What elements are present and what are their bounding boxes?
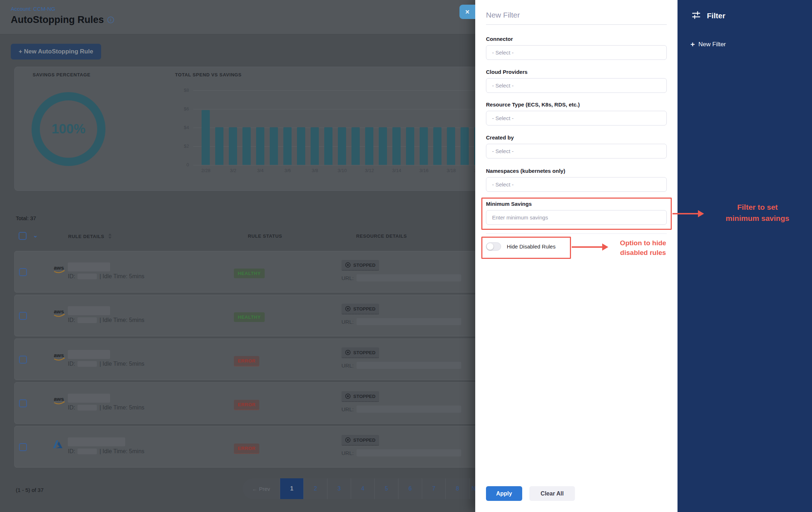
bar bbox=[351, 127, 360, 165]
pagination-page-1[interactable]: 1 bbox=[280, 478, 303, 499]
resource-state-badge[interactable]: STOPPED bbox=[341, 347, 379, 358]
app-root: Account: CCM-NG AutoStopping Rules i + N… bbox=[0, 0, 812, 512]
resource-state-badge[interactable]: STOPPED bbox=[341, 391, 379, 402]
url-redacted bbox=[357, 274, 461, 281]
filter-field-select[interactable]: - Select - bbox=[486, 78, 667, 93]
resource-details: STOPPEDURL: bbox=[341, 260, 461, 281]
azure-icon-wrap bbox=[53, 439, 65, 451]
column-rule-details[interactable]: RULE DETAILS bbox=[68, 233, 112, 240]
rule-name-redacted bbox=[68, 306, 110, 315]
resource-state-badge[interactable]: STOPPED bbox=[341, 435, 379, 446]
rule-name-redacted bbox=[68, 437, 125, 446]
row-checkbox[interactable] bbox=[19, 399, 27, 407]
bar bbox=[242, 127, 251, 165]
url-label: URL: bbox=[341, 450, 354, 456]
new-autostopping-rule-button[interactable]: + New AutoStopping Rule bbox=[11, 44, 101, 60]
row-checkbox[interactable] bbox=[19, 312, 27, 320]
rule-id-label: ID: bbox=[68, 404, 75, 411]
pagination-page-2[interactable]: 2 bbox=[303, 478, 327, 499]
pagination-page-6[interactable]: 6 bbox=[398, 478, 422, 499]
aws-icon: aws bbox=[53, 352, 66, 362]
page-title-row: AutoStopping Rules i bbox=[11, 14, 114, 25]
bar bbox=[447, 127, 455, 165]
filter-field-select[interactable]: - Select - bbox=[486, 45, 667, 60]
stopped-icon bbox=[345, 262, 351, 268]
annotation-arrow-line-2 bbox=[572, 246, 603, 248]
annotation-box-minimum-savings bbox=[481, 198, 672, 230]
resource-url-line: URL: bbox=[341, 274, 461, 281]
svg-text:aws: aws bbox=[54, 396, 64, 402]
account-breadcrumb[interactable]: Account: CCM-NG bbox=[11, 6, 55, 12]
filter-field: Connector- Select - bbox=[486, 36, 667, 60]
rule-id-line: ID:| Idle Time: 5mins bbox=[68, 404, 145, 411]
close-icon[interactable]: × bbox=[459, 5, 475, 19]
filter-field-select[interactable]: - Select - bbox=[486, 177, 667, 192]
bar bbox=[392, 127, 401, 165]
info-icon[interactable]: i bbox=[107, 16, 114, 23]
bar bbox=[256, 127, 264, 165]
filter-sidebar-title: Filter bbox=[707, 11, 725, 20]
filter-sidebar-header: Filter bbox=[691, 10, 725, 22]
url-redacted bbox=[357, 318, 461, 325]
url-label: URL: bbox=[341, 406, 354, 412]
url-redacted bbox=[357, 406, 461, 413]
chevron-down-icon[interactable]: ⌄ bbox=[33, 232, 38, 239]
url-label: URL: bbox=[341, 319, 354, 325]
filter-field: Cloud Providers- Select - bbox=[486, 69, 667, 93]
rule-id-label: ID: bbox=[68, 361, 75, 367]
filter-field-select[interactable]: - Select - bbox=[486, 111, 667, 125]
svg-text:aws: aws bbox=[54, 308, 64, 314]
bar bbox=[215, 127, 223, 165]
filter-field-select[interactable]: - Select - bbox=[486, 144, 667, 158]
rule-id-redacted bbox=[77, 449, 97, 454]
x-axis-tick: 3/6 bbox=[277, 168, 298, 173]
url-redacted bbox=[357, 449, 461, 456]
row-checkbox[interactable] bbox=[19, 268, 27, 276]
bar bbox=[229, 127, 237, 165]
pagination-prev[interactable]: ← Prev bbox=[242, 478, 280, 499]
annotation-box-hide-disabled bbox=[481, 237, 571, 259]
column-resource-details[interactable]: RESOURCE DETAILS bbox=[356, 233, 407, 239]
resource-state-badge[interactable]: STOPPED bbox=[341, 304, 379, 314]
apply-button[interactable]: Apply bbox=[486, 486, 522, 501]
annotation-arrow-head-2 bbox=[602, 243, 608, 251]
clear-all-button[interactable]: Clear All bbox=[529, 486, 575, 501]
filter-name-input[interactable]: New Filter bbox=[486, 11, 520, 19]
aws-icon: aws bbox=[53, 308, 66, 319]
rule-status-badge: ERROR bbox=[234, 444, 259, 454]
savings-donut-chart: 100% bbox=[32, 92, 105, 166]
resource-state-badge[interactable]: STOPPED bbox=[341, 260, 379, 271]
x-axis-tick: 3/18 bbox=[440, 168, 462, 173]
row-checkbox[interactable] bbox=[19, 443, 27, 451]
filter-field-label: Connector bbox=[486, 36, 667, 42]
pagination-page-8[interactable]: 8 bbox=[445, 478, 469, 499]
idle-time-label: | Idle Time: 5mins bbox=[99, 273, 144, 280]
filter-field-label: Resource Type (ECS, K8s, RDS, etc.) bbox=[486, 101, 667, 108]
pagination-page-3[interactable]: 3 bbox=[327, 478, 351, 499]
resource-state-label: STOPPED bbox=[353, 437, 376, 443]
pagination-page-4[interactable]: 4 bbox=[351, 478, 374, 499]
sliders-icon bbox=[691, 10, 701, 22]
y-axis-tick: $8 bbox=[173, 87, 189, 93]
rule-status-badge: ERROR bbox=[234, 356, 259, 366]
rule-status-badge: ERROR bbox=[234, 400, 259, 410]
bar bbox=[270, 127, 278, 165]
sort-icon[interactable] bbox=[108, 233, 112, 240]
resource-state-label: STOPPED bbox=[353, 350, 376, 355]
pagination-page-7[interactable]: 7 bbox=[422, 478, 445, 499]
select-all-checkbox[interactable] bbox=[19, 232, 27, 240]
resource-url-line: URL: bbox=[341, 449, 461, 456]
resource-details: STOPPEDURL: bbox=[341, 391, 461, 413]
new-filter-label: New Filter bbox=[698, 41, 726, 48]
column-rule-details-label: RULE DETAILS bbox=[68, 234, 104, 239]
column-rule-status[interactable]: RULE STATUS bbox=[248, 233, 282, 239]
resource-state-label: STOPPED bbox=[353, 306, 376, 312]
rule-status-badge: HEALTHY bbox=[234, 269, 265, 278]
filter-field-label: Cloud Providers bbox=[486, 69, 667, 75]
annotation-line: Option to hide bbox=[610, 238, 676, 248]
resource-state-label: STOPPED bbox=[353, 262, 376, 268]
bar bbox=[461, 127, 469, 165]
new-filter-button[interactable]: + New Filter bbox=[690, 40, 726, 49]
pagination-page-5[interactable]: 5 bbox=[374, 478, 398, 499]
row-checkbox[interactable] bbox=[19, 356, 27, 364]
